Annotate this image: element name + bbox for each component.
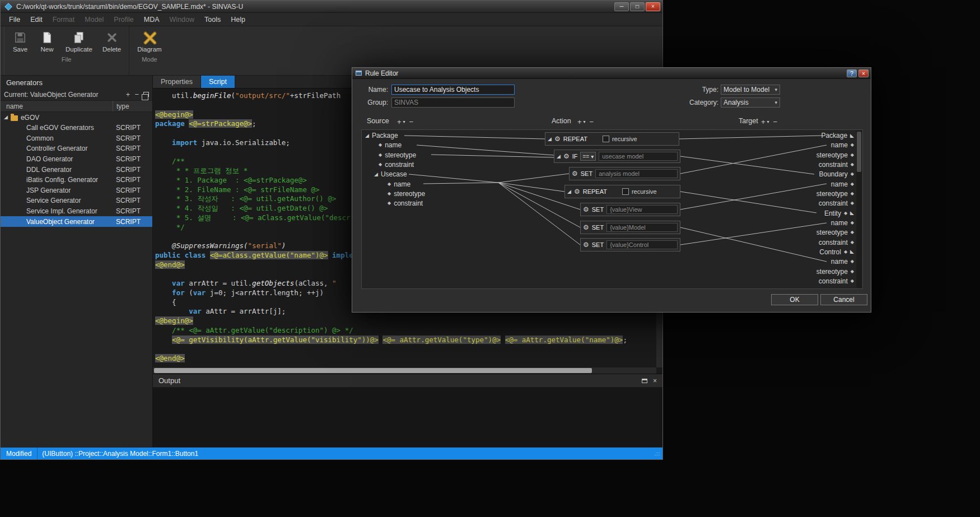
target-add-button[interactable]: + bbox=[761, 118, 766, 126]
generator-row[interactable]: Controller GeneratorSCRIPT bbox=[1, 143, 152, 154]
target-tree-item-boundary[interactable]: Boundary◆ bbox=[362, 169, 857, 179]
column-header-name[interactable]: name bbox=[1, 103, 113, 110]
resize-grip[interactable]: .:: bbox=[654, 451, 660, 457]
canvas-scrollbar[interactable] bbox=[856, 131, 862, 288]
duplicate-generator-icon[interactable] bbox=[143, 92, 149, 97]
chevron-down-icon: ▾ bbox=[403, 119, 405, 124]
target-tree-item-constraint[interactable]: constraint◆ bbox=[362, 160, 857, 170]
scrollbar-thumb[interactable] bbox=[154, 368, 592, 373]
target-column-label: Target bbox=[739, 117, 758, 125]
generator-type: SCRIPT bbox=[113, 134, 141, 142]
attribute-diamond-icon: ◆ bbox=[851, 221, 854, 225]
target-tree-item-entity[interactable]: Entity◆◣ bbox=[362, 208, 857, 218]
menu-profile: Profile bbox=[109, 13, 138, 26]
menu-edit[interactable]: Edit bbox=[25, 13, 48, 26]
generator-type: SCRIPT bbox=[113, 145, 141, 152]
app-icon bbox=[4, 3, 12, 11]
target-tree-item-stereotype[interactable]: stereotype◆ bbox=[362, 150, 857, 160]
close-button[interactable]: × bbox=[646, 2, 660, 11]
generator-row[interactable]: DAO GeneratorSCRIPT bbox=[1, 154, 152, 165]
generator-name: ValueObject Generator bbox=[1, 218, 113, 226]
generator-row[interactable]: Service GeneratorSCRIPT bbox=[1, 195, 152, 206]
add-generator-button[interactable]: + bbox=[126, 90, 130, 99]
source-remove-button[interactable]: − bbox=[409, 118, 414, 126]
target-tree-item-name[interactable]: name◆ bbox=[362, 257, 857, 267]
generator-row[interactable]: Service Impl. GeneratorSCRIPT bbox=[1, 206, 152, 217]
target-tree-item-stereotype[interactable]: stereotype◆ bbox=[362, 267, 857, 277]
generator-folder-row[interactable]: ◢ eGOV bbox=[1, 112, 152, 123]
generator-type: SCRIPT bbox=[113, 218, 141, 226]
type-label: Type: bbox=[666, 86, 718, 94]
duplicate-button[interactable]: Duplicate bbox=[62, 29, 96, 54]
menu-help[interactable]: Help bbox=[226, 13, 250, 26]
generator-row[interactable]: CommonSCRIPT bbox=[1, 133, 152, 144]
diagram-button[interactable]: Diagram bbox=[134, 29, 165, 54]
tab-script[interactable]: Script bbox=[201, 76, 235, 88]
expander-icon[interactable]: ◣ bbox=[850, 211, 854, 216]
menu-window: Window bbox=[165, 13, 199, 26]
target-tree-item-control[interactable]: Control◆◣ bbox=[362, 247, 857, 257]
category-value: Analysis bbox=[724, 99, 749, 106]
target-remove-button[interactable]: − bbox=[773, 118, 778, 126]
expander-icon[interactable]: ◣ bbox=[850, 133, 854, 138]
float-panel-icon[interactable] bbox=[642, 379, 647, 383]
type-dropdown[interactable]: Model to Model ▾ bbox=[721, 85, 780, 95]
action-add-button[interactable]: + bbox=[577, 118, 582, 126]
close-panel-icon[interactable]: × bbox=[653, 377, 657, 385]
dialog-titlebar[interactable]: Rule Editor ? × bbox=[352, 68, 871, 79]
expander-icon[interactable]: ◢ bbox=[4, 115, 8, 120]
action-remove-button[interactable]: − bbox=[590, 118, 594, 126]
source-add-button[interactable]: + bbox=[397, 118, 402, 126]
tree-item-label: name bbox=[831, 180, 848, 188]
tree-item-label: Package bbox=[821, 132, 847, 139]
new-button[interactable]: New bbox=[35, 29, 59, 54]
name-input[interactable] bbox=[391, 85, 515, 95]
dialog-close-button[interactable]: × bbox=[858, 69, 869, 77]
help-button[interactable]: ? bbox=[847, 69, 857, 77]
titlebar[interactable]: C:/work/qt-works/trunk/staruml/bin/demo/… bbox=[1, 1, 662, 13]
generator-type: SCRIPT bbox=[113, 166, 141, 174]
remove-generator-button[interactable]: − bbox=[134, 90, 139, 99]
generator-row[interactable]: iBatis Config. GeneratorSCRIPT bbox=[1, 175, 152, 185]
target-tree-item-name[interactable]: name◆ bbox=[362, 218, 857, 228]
target-tree-item-name[interactable]: name◆ bbox=[362, 179, 857, 189]
statusbar: Modified (UIButton) ::Project::Analysis … bbox=[1, 448, 662, 459]
column-header-type[interactable]: type bbox=[113, 101, 152, 111]
generator-row[interactable]: DDL GeneratorSCRIPT bbox=[1, 164, 152, 175]
chevron-down-icon: ▾ bbox=[584, 119, 586, 124]
target-tree-item-package[interactable]: Package◣ bbox=[362, 131, 857, 141]
generator-type: SCRIPT bbox=[113, 197, 141, 204]
output-header: Output × bbox=[153, 374, 662, 388]
horizontal-scrollbar[interactable] bbox=[153, 367, 656, 374]
menu-file[interactable]: File bbox=[4, 13, 25, 26]
target-tree-item-constraint[interactable]: constraint◆ bbox=[362, 237, 857, 248]
generator-row[interactable]: Call eGOV GeneratorsSCRIPT bbox=[1, 123, 152, 133]
menu-mda[interactable]: MDA bbox=[139, 13, 165, 26]
save-button[interactable]: Save bbox=[8, 29, 32, 54]
tab-properties[interactable]: Properties bbox=[153, 76, 201, 88]
minimize-button[interactable]: ─ bbox=[614, 2, 629, 11]
generator-row[interactable]: ValueObject GeneratorSCRIPT bbox=[1, 216, 152, 227]
type-value: Model to Model bbox=[724, 86, 769, 94]
target-tree-item-stereotype[interactable]: stereotype◆ bbox=[362, 189, 857, 199]
attribute-diamond-icon: ◆ bbox=[851, 153, 854, 157]
ok-button[interactable]: OK bbox=[771, 294, 818, 305]
target-tree-item-constraint[interactable]: constraint◆ bbox=[362, 198, 857, 208]
diagram-button-label: Diagram bbox=[137, 46, 161, 53]
category-dropdown[interactable]: Analysis ▾ bbox=[721, 97, 780, 108]
target-tree-item-constraint[interactable]: constraint◆ bbox=[362, 276, 857, 286]
attribute-diamond-icon: ◆ bbox=[851, 172, 854, 176]
group-input[interactable] bbox=[391, 97, 515, 108]
menu-tools[interactable]: Tools bbox=[199, 13, 226, 26]
target-tree-item-stereotype[interactable]: stereotype◆ bbox=[362, 227, 857, 237]
attribute-diamond-icon: ◆ bbox=[851, 162, 854, 167]
toolbar-group-mode-label: Mode bbox=[134, 56, 165, 63]
delete-button[interactable]: Delete bbox=[99, 29, 124, 54]
target-tree-item-name[interactable]: name◆ bbox=[362, 140, 857, 150]
expander-icon[interactable]: ◣ bbox=[850, 249, 854, 254]
maximize-button[interactable]: □ bbox=[630, 2, 645, 11]
cancel-button[interactable]: Cancel bbox=[820, 294, 867, 305]
attribute-diamond-icon: ◆ bbox=[851, 269, 854, 274]
scrollbar-thumb[interactable] bbox=[857, 132, 861, 172]
generator-row[interactable]: JSP GeneratorSCRIPT bbox=[1, 185, 152, 196]
